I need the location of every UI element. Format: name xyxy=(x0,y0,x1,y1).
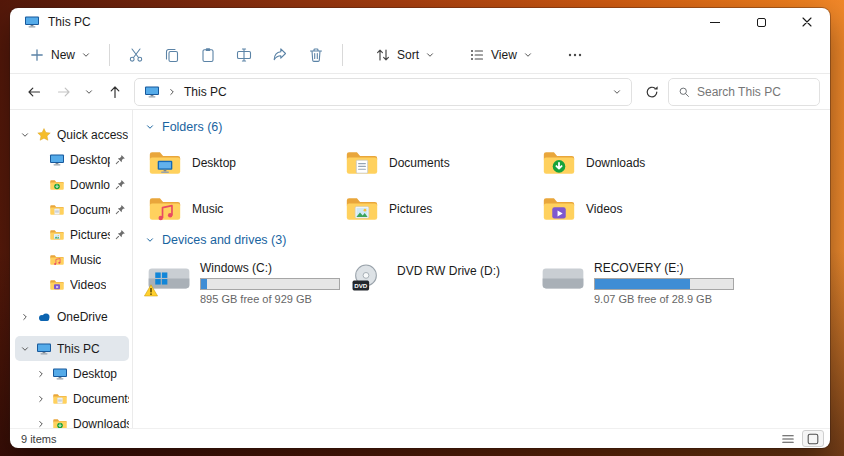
downloads-folder-icon xyxy=(49,177,65,193)
drives-section-header[interactable]: Devices and drives (3) xyxy=(145,233,830,247)
cut-button[interactable] xyxy=(119,40,153,70)
copy-icon xyxy=(164,47,180,63)
close-button[interactable] xyxy=(784,8,830,36)
sidebar-item-pc-desktop[interactable]: Desktop xyxy=(15,361,129,386)
window-title: This PC xyxy=(48,15,91,29)
sidebar-item-onedrive[interactable]: OneDrive xyxy=(15,304,129,329)
close-icon xyxy=(802,17,812,27)
sidebar-item-label: Videos xyxy=(70,278,106,292)
search-input[interactable] xyxy=(697,85,810,99)
documents-folder-icon xyxy=(49,202,65,218)
folder-name: Pictures xyxy=(389,202,432,216)
address-bar[interactable]: This PC xyxy=(134,78,632,106)
sort-button[interactable]: Sort xyxy=(366,41,444,69)
forward-button[interactable] xyxy=(50,78,77,105)
chevron-down-icon xyxy=(523,50,533,60)
drive-tile-dvd-d[interactable]: DVD DVD RW Drive (D:) xyxy=(338,254,535,310)
sidebar-item-quick-access[interactable]: Quick access xyxy=(15,122,129,147)
documents-folder-icon xyxy=(344,145,380,181)
sidebar-item-videos[interactable]: Videos xyxy=(15,272,129,297)
expand-chevron[interactable] xyxy=(19,130,31,140)
videos-folder-icon xyxy=(49,277,65,293)
this-pc-icon xyxy=(36,341,52,357)
sidebar-item-pc-downloads[interactable]: Downloads xyxy=(15,411,129,428)
arrow-left-icon xyxy=(26,84,42,100)
documents-folder-icon xyxy=(52,391,68,407)
expand-chevron[interactable] xyxy=(35,419,47,429)
view-button[interactable]: View xyxy=(460,41,542,69)
maximize-button[interactable] xyxy=(738,8,784,36)
sidebar-item-desktop[interactable]: Desktop xyxy=(15,147,129,172)
minimize-icon xyxy=(710,22,720,23)
share-icon xyxy=(272,47,288,63)
onedrive-cloud-icon xyxy=(36,309,52,325)
sidebar-item-downloads[interactable]: Downloads xyxy=(15,172,129,197)
folder-tile-music[interactable]: Music xyxy=(141,187,338,231)
navigation-pane: Quick access Desktop Downloads Documents… xyxy=(10,110,132,428)
drive-free-space: 9.07 GB free of 28.9 GB xyxy=(594,293,726,305)
delete-button[interactable] xyxy=(299,40,333,70)
music-folder-icon xyxy=(147,191,183,227)
see-more-button[interactable] xyxy=(558,40,592,70)
address-dropdown-chevron-icon[interactable] xyxy=(612,87,622,97)
large-icons-view-button[interactable] xyxy=(802,430,824,447)
folders-section-header[interactable]: Folders (6) xyxy=(145,120,830,134)
folder-tile-documents[interactable]: Documents xyxy=(338,141,535,185)
status-bar: 9 items xyxy=(10,428,830,448)
window-title-group: This PC xyxy=(10,14,91,30)
back-button[interactable] xyxy=(20,78,47,105)
new-button-label: New xyxy=(51,48,75,62)
new-button[interactable]: New xyxy=(20,41,100,69)
videos-folder-icon xyxy=(541,191,577,227)
sidebar-item-label: Desktop xyxy=(70,153,110,167)
sidebar-item-label: This PC xyxy=(57,342,100,356)
up-button[interactable] xyxy=(101,78,128,105)
view-button-label: View xyxy=(491,48,517,62)
search-icon xyxy=(678,85,690,99)
folder-tile-desktop[interactable]: Desktop xyxy=(141,141,338,185)
arrow-up-icon xyxy=(107,84,123,100)
desktop-icon xyxy=(52,366,68,382)
sidebar-item-label: Documents xyxy=(73,392,129,406)
minimize-button[interactable] xyxy=(692,8,738,36)
folder-tile-downloads[interactable]: Downloads xyxy=(535,141,732,185)
rename-button[interactable] xyxy=(227,40,261,70)
svg-text:DVD: DVD xyxy=(354,282,368,289)
sidebar-item-label: Music xyxy=(70,253,101,267)
details-view-button[interactable] xyxy=(777,430,799,447)
breadcrumb-location[interactable]: This PC xyxy=(184,85,227,99)
sidebar-item-this-pc[interactable]: This PC xyxy=(15,336,129,361)
drive-name: DVD RW Drive (D:) xyxy=(397,264,500,278)
search-box xyxy=(668,78,820,106)
downloads-folder-icon xyxy=(52,416,68,429)
expand-chevron[interactable] xyxy=(35,369,47,379)
sidebar-item-pictures[interactable]: Pictures xyxy=(15,222,129,247)
drive-info: RECOVERY (E:) 9.07 GB free of 28.9 GB xyxy=(594,260,726,305)
share-button[interactable] xyxy=(263,40,297,70)
dvd-drive-icon: DVD xyxy=(344,264,388,293)
expand-chevron[interactable] xyxy=(19,344,31,354)
sidebar-item-music[interactable]: Music xyxy=(15,247,129,272)
folder-tile-videos[interactable]: Videos xyxy=(535,187,732,231)
copy-button[interactable] xyxy=(155,40,189,70)
file-explorer-window: This PC New Sort Vie xyxy=(10,8,830,448)
drive-name: RECOVERY (E:) xyxy=(594,261,726,275)
disk-usage-bar xyxy=(594,278,734,290)
expand-chevron[interactable] xyxy=(35,394,47,404)
refresh-button[interactable] xyxy=(638,78,665,105)
drive-tile-recovery-e[interactable]: RECOVERY (E:) 9.07 GB free of 28.9 GB xyxy=(535,254,732,310)
drives-section-title: Devices and drives (3) xyxy=(162,233,286,247)
recent-locations-button[interactable] xyxy=(80,78,98,105)
drive-icon-group: DVD xyxy=(344,264,388,293)
sidebar-item-documents[interactable]: Documents xyxy=(15,197,129,222)
paste-button[interactable] xyxy=(191,40,225,70)
sidebar-item-label: OneDrive xyxy=(57,310,108,324)
desktop-icon xyxy=(49,152,65,168)
expand-chevron[interactable] xyxy=(19,312,31,322)
sidebar-item-pc-documents[interactable]: Documents xyxy=(15,386,129,411)
sidebar-item-label: Pictures xyxy=(70,228,110,242)
folder-tile-pictures[interactable]: Pictures xyxy=(338,187,535,231)
drive-tile-windows-c[interactable]: Windows (C:) 895 GB free of 929 GB xyxy=(141,254,338,310)
drive-name: Windows (C:) xyxy=(200,261,332,275)
sidebar-item-label: Downloads xyxy=(70,178,110,192)
